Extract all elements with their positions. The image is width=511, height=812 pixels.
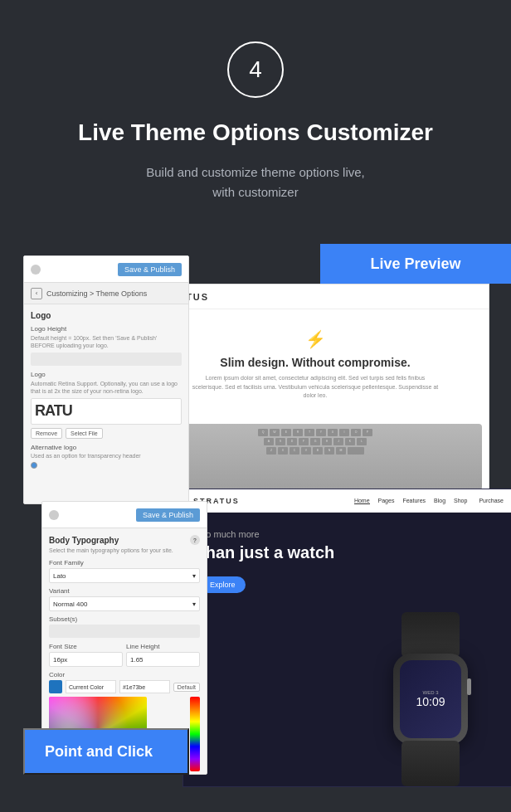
logo-text: RATU bbox=[35, 402, 72, 420]
font-family-group: Font Family Lato ▾ bbox=[49, 559, 200, 583]
subtitle-line1: Build and customize theme options live, bbox=[146, 165, 364, 179]
logo-section: Logo Automatic Retina Support. Optionall… bbox=[31, 371, 182, 469]
back-icon[interactable]: ‹ bbox=[31, 288, 42, 299]
help-icon[interactable]: ? bbox=[190, 535, 200, 545]
key: Z bbox=[266, 447, 276, 455]
watch-nav-links: Home Pages Features Blog Shop Purchase bbox=[354, 498, 504, 504]
nav-features[interactable]: Features bbox=[402, 498, 426, 504]
key: T bbox=[304, 429, 314, 436]
key: O bbox=[351, 429, 361, 436]
typography-section-title: Body Typography bbox=[49, 536, 119, 545]
hue-slider[interactable] bbox=[190, 697, 200, 771]
nav-home[interactable]: Home bbox=[354, 498, 370, 504]
watch-body: WED 3 10:09 bbox=[393, 654, 468, 745]
subsets-label: Subset(s) bbox=[49, 615, 200, 623]
variant-value: Normal 400 bbox=[53, 600, 87, 608]
key: L bbox=[357, 438, 367, 445]
keyboard-area: Q W E R T Y U I O P A S D F G H J K L bbox=[148, 424, 482, 490]
line-height-label: Line Height bbox=[126, 643, 200, 650]
customizer-nav: ‹ Customizing > Theme Options bbox=[24, 283, 188, 304]
key: D bbox=[287, 438, 297, 445]
main-title: Live Theme Options Customizer bbox=[50, 118, 461, 148]
font-size-label: Font Size bbox=[49, 643, 123, 650]
laptop-preview: STRATUS ⚡ Slim design. Without compromis… bbox=[141, 284, 489, 516]
step-number-text: 4 bbox=[249, 56, 262, 83]
radio-icon[interactable] bbox=[31, 462, 37, 469]
step-number: 4 bbox=[227, 41, 284, 98]
live-preview-button[interactable]: Live Preview bbox=[320, 244, 511, 284]
key: R bbox=[293, 429, 303, 436]
logo-label: Logo bbox=[31, 371, 182, 378]
watch-crown bbox=[467, 678, 471, 695]
key: Q bbox=[258, 429, 268, 436]
watch-band-top bbox=[402, 612, 460, 658]
nav-pages[interactable]: Pages bbox=[378, 498, 395, 504]
chevron-down-icon: ▾ bbox=[192, 572, 196, 580]
key: N bbox=[324, 447, 334, 455]
subtitle: Build and customize theme options live, … bbox=[50, 163, 461, 202]
remove-logo-button[interactable]: Remove bbox=[31, 428, 62, 439]
watch-time-text: 10:09 bbox=[416, 695, 445, 708]
laptop-hero-text: Lorem ipsum dolor sit amet, consectetur … bbox=[191, 374, 440, 401]
key: M bbox=[336, 447, 346, 455]
key: F bbox=[299, 438, 309, 445]
color-default-button[interactable]: Default bbox=[173, 683, 200, 692]
customizer-top-content: Logo Logo Height Default height = 100px.… bbox=[24, 304, 188, 474]
variant-select[interactable]: Normal 400 ▾ bbox=[49, 596, 200, 611]
typography-title: Body Typography ? bbox=[49, 535, 200, 545]
line-height-value: 1.65 bbox=[130, 656, 144, 664]
laptop-hero-title: Slim design. Without compromise. bbox=[158, 356, 472, 369]
font-family-value: Lato bbox=[53, 572, 66, 580]
font-family-select[interactable]: Lato ▾ bbox=[49, 568, 200, 583]
nav-shop[interactable]: Shop bbox=[454, 498, 467, 504]
color-label: Color bbox=[49, 671, 200, 678]
customizer-top-bar: Save & Publish bbox=[24, 256, 188, 283]
key: V bbox=[301, 447, 311, 455]
point-and-click-badge[interactable]: Point and Click bbox=[23, 728, 189, 775]
color-hex-value[interactable]: #1e73be bbox=[119, 680, 170, 693]
laptop-hero: ⚡ Slim design. Without compromise. Lorem… bbox=[142, 309, 489, 421]
watch-band-bottom bbox=[402, 741, 460, 786]
color-swatch[interactable] bbox=[49, 680, 62, 693]
logo-height-input[interactable] bbox=[31, 353, 182, 366]
logo-height-label: Logo Height bbox=[31, 325, 182, 333]
line-height-group: Line Height 1.65 bbox=[126, 643, 200, 667]
color-row: Current Color #1e73be Default bbox=[49, 680, 200, 693]
typography-desc: Select the main typography options for y… bbox=[49, 547, 200, 554]
hero-section: 4 Live Theme Options Customizer Build an… bbox=[0, 0, 511, 227]
nav-blog[interactable]: Blog bbox=[434, 498, 445, 504]
key: I bbox=[339, 429, 349, 436]
watch-preview: STRATUS Home Pages Features Blog Shop Pu… bbox=[182, 489, 511, 787]
watch-subtitle: So much more bbox=[200, 529, 497, 539]
key: G bbox=[310, 438, 320, 445]
line-height-select[interactable]: 1.65 bbox=[126, 652, 200, 667]
size-line-row: Font Size 16px Line Height 1.65 bbox=[49, 643, 200, 671]
logo-height-desc: Default height = 100px. Set then 'Save &… bbox=[31, 334, 182, 349]
key: A bbox=[264, 438, 274, 445]
customizer-bottom-bar: Save & Publish bbox=[42, 502, 207, 528]
save-publish-button-bottom[interactable]: Save & Publish bbox=[136, 508, 200, 522]
subsets-group: Subset(s) bbox=[49, 615, 200, 638]
variant-group: Variant Normal 400 ▾ bbox=[49, 587, 200, 611]
preview-section: Live Preview Save & Publish ‹ Customizin… bbox=[0, 244, 511, 775]
watch-display: WED 3 10:09 bbox=[416, 690, 445, 708]
select-file-button[interactable]: Select File bbox=[66, 428, 103, 439]
save-publish-button-top[interactable]: Save & Publish bbox=[118, 263, 182, 276]
lightning-icon: ⚡ bbox=[158, 329, 472, 349]
key: U bbox=[328, 429, 338, 436]
key: C bbox=[290, 447, 299, 455]
watch-screen: WED 3 10:09 bbox=[400, 660, 461, 738]
alt-logo-label: Alternative logo bbox=[31, 444, 182, 451]
logo-buttons: Remove Select File bbox=[31, 428, 182, 439]
logo-desc: Automatic Retina Support. Optionally, yo… bbox=[31, 380, 182, 395]
close-icon-bottom[interactable] bbox=[49, 510, 59, 520]
close-icon[interactable] bbox=[31, 265, 41, 275]
key: W bbox=[270, 429, 280, 436]
key: S bbox=[275, 438, 285, 445]
subsets-input[interactable] bbox=[49, 625, 200, 638]
chevron-down-icon: ▾ bbox=[192, 600, 196, 608]
key: B bbox=[313, 447, 323, 455]
section-title-logo: Logo bbox=[31, 311, 182, 320]
nav-purchase[interactable]: Purchase bbox=[479, 498, 504, 504]
font-size-select[interactable]: 16px bbox=[49, 652, 123, 667]
